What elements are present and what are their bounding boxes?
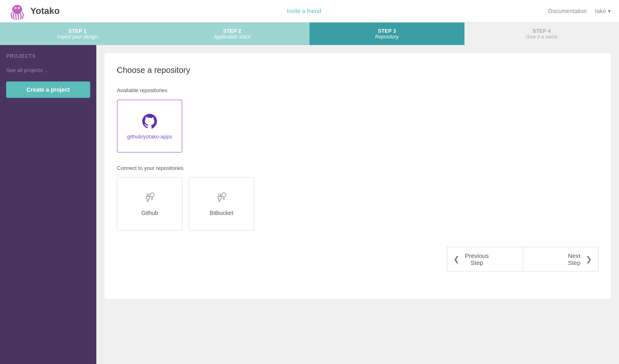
step-3-number: STEP 3 bbox=[378, 28, 396, 34]
svg-point-8 bbox=[222, 193, 226, 197]
next-label: Next bbox=[568, 252, 580, 259]
sidebar: PROJECTS See all projects ... Create a p… bbox=[0, 45, 96, 364]
step-2[interactable]: STEP 2 Application stack bbox=[155, 23, 310, 45]
step-1[interactable]: STEP 1 Import your design bbox=[0, 23, 155, 45]
step-4-label: Give it a name bbox=[526, 34, 558, 40]
step-1-number: STEP 1 bbox=[68, 28, 86, 34]
projects-section-title: PROJECTS bbox=[6, 53, 90, 59]
available-repos-grid: github/yotako-apps bbox=[117, 99, 599, 153]
content-area: Choose a repository Available repositori… bbox=[96, 45, 619, 364]
card-title: Choose a repository bbox=[117, 66, 599, 75]
svg-point-4 bbox=[19, 8, 20, 9]
github-icon bbox=[141, 113, 158, 129]
next-step-button[interactable]: Next Step ❯ bbox=[523, 247, 599, 271]
connect-github-label: Github bbox=[141, 210, 158, 216]
logo-text: Yotako bbox=[30, 6, 60, 16]
nav-right: Documentation tako ▾ bbox=[548, 8, 611, 14]
see-all-projects-link[interactable]: See all projects ... bbox=[6, 67, 90, 73]
main-card: Choose a repository Available repositori… bbox=[105, 53, 611, 299]
user-dropdown[interactable]: tako ▾ bbox=[595, 8, 611, 14]
logo-icon bbox=[8, 2, 26, 20]
connect-bitbucket-label: Bitbucket bbox=[209, 210, 233, 216]
main-layout: PROJECTS See all projects ... Create a p… bbox=[0, 45, 619, 364]
nav-buttons: ❮ Previous Step Next Step ❯ bbox=[117, 247, 599, 271]
invite-friend-link[interactable]: Invite a friend bbox=[287, 8, 321, 14]
username-label: tako bbox=[595, 8, 606, 14]
step-4[interactable]: STEP 4 Give it a name bbox=[464, 23, 619, 45]
chevron-left-icon: ❮ bbox=[453, 255, 460, 264]
chevron-right-icon: ❯ bbox=[586, 255, 592, 264]
repo-card-github-yotako[interactable]: github/yotako-apps bbox=[117, 99, 182, 153]
steps-bar: STEP 1 Import your design STEP 2 Applica… bbox=[0, 23, 619, 45]
connect-repos-label: Connect to your repositories bbox=[117, 165, 599, 171]
github-connect-icon bbox=[144, 192, 155, 206]
step-2-number: STEP 2 bbox=[223, 28, 241, 34]
nav-center: Invite a friend bbox=[287, 8, 321, 14]
connect-bitbucket-card[interactable]: Bitbucket bbox=[189, 177, 254, 231]
next-sub: Step bbox=[568, 259, 580, 266]
svg-point-3 bbox=[16, 8, 16, 9]
previous-step-button[interactable]: ❮ Previous Step bbox=[447, 247, 523, 271]
connect-repos-grid: Github Bitbucket bbox=[117, 177, 599, 231]
available-repos-label: Available repositories bbox=[117, 87, 599, 93]
step-1-label: Import your design bbox=[57, 34, 98, 40]
repo-name-github-yotako: github/yotako-apps bbox=[127, 133, 172, 140]
previous-label: Previous bbox=[465, 252, 489, 259]
dropdown-chevron: ▾ bbox=[608, 8, 611, 14]
step-2-label: Application stack bbox=[214, 34, 250, 40]
top-nav: Yotako Invite a friend Documentation tak… bbox=[0, 0, 619, 23]
step-3-label: Repository bbox=[375, 34, 398, 40]
create-project-button[interactable]: Create a project bbox=[6, 81, 90, 98]
svg-point-0 bbox=[12, 5, 22, 14]
documentation-link[interactable]: Documentation bbox=[548, 8, 587, 14]
step-3[interactable]: STEP 3 Repository bbox=[310, 23, 464, 45]
logo-area: Yotako bbox=[8, 2, 60, 20]
svg-point-5 bbox=[150, 193, 154, 197]
connect-github-card[interactable]: Github bbox=[117, 177, 182, 231]
step-4-number: STEP 4 bbox=[533, 28, 551, 34]
previous-sub: Step bbox=[471, 259, 483, 266]
bitbucket-connect-icon bbox=[216, 192, 227, 206]
